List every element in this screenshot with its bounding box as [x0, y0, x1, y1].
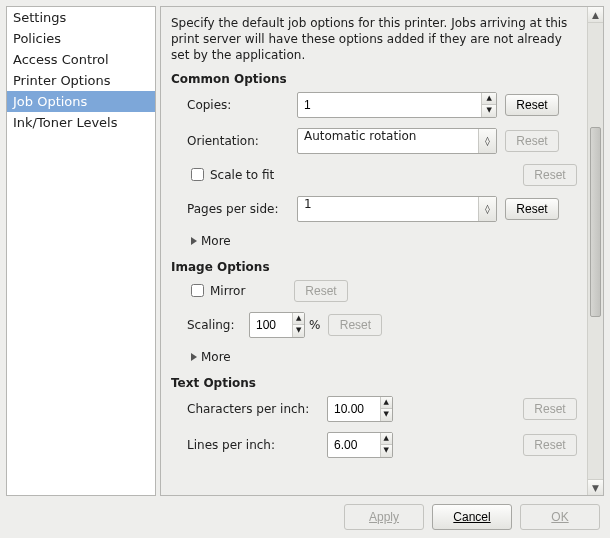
spin-down-icon[interactable]: ▼	[482, 105, 496, 117]
spin-up-icon[interactable]: ▲	[381, 397, 392, 410]
spin-up-icon[interactable]: ▲	[381, 433, 392, 446]
spin-up-icon[interactable]: ▲	[482, 93, 496, 106]
sidebar-item-ink-toner-levels[interactable]: Ink/Toner Levels	[7, 112, 155, 133]
orientation-value: Automatic rotation	[298, 129, 478, 153]
sidebar-item-settings[interactable]: Settings	[7, 7, 155, 28]
ok-button[interactable]: OK	[520, 504, 600, 530]
lpi-input[interactable]	[328, 433, 380, 457]
scaling-reset-button[interactable]: Reset	[328, 314, 382, 336]
lpi-spinbox[interactable]: ▲ ▼	[327, 432, 393, 458]
image-more-expander[interactable]: More	[191, 350, 231, 364]
copies-reset-button[interactable]: Reset	[505, 94, 559, 116]
apply-button[interactable]: Apply	[344, 504, 424, 530]
sidebar-item-printer-options[interactable]: Printer Options	[7, 70, 155, 91]
scale-to-fit-checkbox[interactable]	[191, 168, 204, 181]
spin-up-icon[interactable]: ▲	[293, 313, 304, 326]
spin-down-icon[interactable]: ▼	[293, 325, 304, 337]
common-options-heading: Common Options	[171, 72, 577, 86]
common-more-expander[interactable]: More	[191, 234, 231, 248]
mirror-checkbox[interactable]	[191, 284, 204, 297]
sidebar-item-job-options[interactable]: Job Options	[7, 91, 155, 112]
scroll-up-icon[interactable]: ▲	[588, 7, 603, 23]
scroll-down-icon[interactable]: ▼	[588, 479, 603, 495]
text-options-heading: Text Options	[171, 376, 577, 390]
cpi-label: Characters per inch:	[187, 402, 327, 416]
description-text: Specify the default job options for this…	[171, 15, 577, 64]
mirror-label: Mirror	[210, 284, 288, 298]
scaling-spinbox[interactable]: ▲ ▼	[249, 312, 305, 338]
lpi-reset-button[interactable]: Reset	[523, 434, 577, 456]
spin-down-icon[interactable]: ▼	[381, 409, 392, 421]
pages-per-side-combo[interactable]: 1 ◊	[297, 196, 497, 222]
lpi-label: Lines per inch:	[187, 438, 327, 452]
cpi-input[interactable]	[328, 397, 380, 421]
pages-per-side-reset-button[interactable]: Reset	[505, 198, 559, 220]
vertical-scrollbar[interactable]: ▲ ▼	[587, 7, 603, 495]
scale-to-fit-reset-button[interactable]: Reset	[523, 164, 577, 186]
scale-to-fit-label: Scale to fit	[210, 168, 274, 182]
content-pane: Specify the default job options for this…	[161, 7, 587, 495]
scaling-label: Scaling:	[187, 318, 243, 332]
pages-per-side-value: 1	[298, 197, 478, 221]
scroll-thumb[interactable]	[590, 127, 601, 317]
image-options-heading: Image Options	[171, 260, 577, 274]
cancel-button[interactable]: Cancel	[432, 504, 512, 530]
copies-label: Copies:	[187, 98, 297, 112]
chevron-updown-icon[interactable]: ◊	[478, 129, 496, 153]
copies-spinbox[interactable]: ▲ ▼	[297, 92, 497, 118]
cpi-reset-button[interactable]: Reset	[523, 398, 577, 420]
dialog-footer: Apply Cancel OK	[6, 496, 604, 532]
orientation-combo[interactable]: Automatic rotation ◊	[297, 128, 497, 154]
pages-per-side-label: Pages per side:	[187, 202, 297, 216]
triangle-right-icon	[191, 353, 197, 361]
sidebar: Settings Policies Access Control Printer…	[6, 6, 156, 496]
orientation-reset-button[interactable]: Reset	[505, 130, 559, 152]
mirror-reset-button[interactable]: Reset	[294, 280, 348, 302]
cpi-spinbox[interactable]: ▲ ▼	[327, 396, 393, 422]
scaling-input[interactable]	[250, 313, 292, 337]
sidebar-item-policies[interactable]: Policies	[7, 28, 155, 49]
spin-down-icon[interactable]: ▼	[381, 445, 392, 457]
orientation-label: Orientation:	[187, 134, 297, 148]
chevron-updown-icon[interactable]: ◊	[478, 197, 496, 221]
triangle-right-icon	[191, 237, 197, 245]
sidebar-item-access-control[interactable]: Access Control	[7, 49, 155, 70]
copies-input[interactable]	[298, 93, 481, 117]
scaling-suffix: %	[309, 318, 320, 332]
